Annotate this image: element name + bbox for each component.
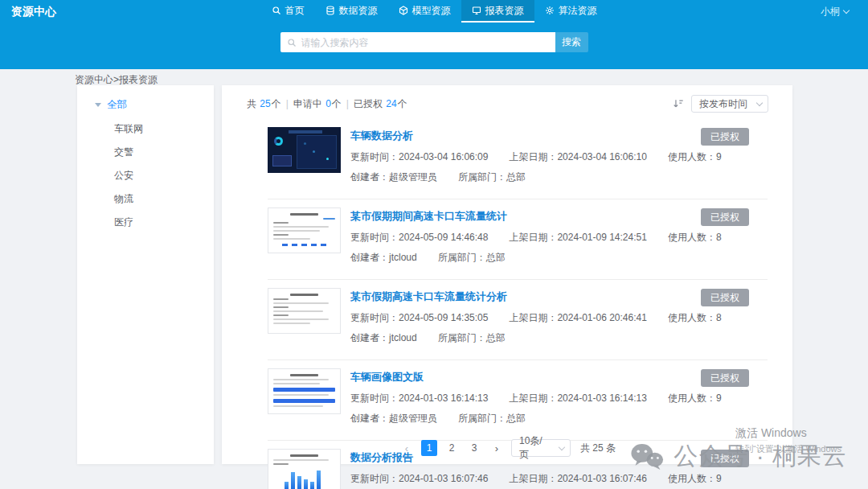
page-button-3[interactable]: 3 [466, 440, 482, 456]
user-count: 使用人数：9 [668, 150, 722, 164]
summary-stats: 共 25个|申请中 0个|已授权 24个 [247, 97, 407, 111]
user-count: 使用人数：9 [668, 392, 722, 405]
user-count: 使用人数：8 [668, 311, 722, 325]
creator: 创建者：jtcloud [350, 251, 417, 265]
next-page-button[interactable]: › [489, 440, 505, 456]
authorized-badge[interactable]: 已授权 [701, 289, 749, 306]
thumb-doc-title [290, 213, 318, 216]
tree-node-public-security[interactable]: 公安 [114, 169, 214, 183]
thumb-doc-line [273, 318, 329, 320]
search-button[interactable]: 搜索 [555, 32, 588, 52]
item-title[interactable]: 某市假期高速卡口车流量统计分析 [350, 290, 507, 304]
item-meta-row-1: 更新时间：2024-03-04 16:06:09 上架日期：2024-03-04… [350, 150, 768, 164]
gear-icon [545, 6, 555, 15]
thumb-doc-line [273, 383, 320, 384]
tree-children: 车联网 交警 公安 物流 医疗 [77, 112, 214, 229]
nav-item-data-resources[interactable]: 数据资源 [315, 0, 388, 23]
thumb-doc-line [273, 234, 289, 236]
page-size-select[interactable]: 10条/页 [511, 439, 571, 457]
user-menu[interactable]: 小桐 [821, 0, 849, 23]
updated-time: 更新时间：2024-03-04 16:06:09 [350, 150, 488, 164]
creator: 创建者：超级管理员 [350, 412, 437, 425]
nav-item-home[interactable]: 首页 [261, 0, 315, 23]
chevron-down-icon [559, 443, 565, 450]
thumb-bar-chart [285, 468, 335, 489]
app-header: 资源中心 首页 数据资源 模型资源 报表资源 算法资源 [0, 0, 868, 69]
list-item: 某市假期高速卡口车流量统计分析 更新时间：2024-05-09 14:35:05… [268, 280, 768, 360]
tree-node-label: 全部 [107, 98, 127, 112]
authorized-badge[interactable]: 已授权 [701, 128, 749, 146]
thumb-doc-line [273, 230, 320, 232]
tree-node-logistics[interactable]: 物流 [114, 192, 214, 206]
thumb-doc-title [290, 374, 318, 376]
user-count: 使用人数：9 [668, 472, 722, 486]
main-panel: 共 25个|申请中 0个|已授权 24个 按发布时间 车辆数据分析 更新 [222, 85, 792, 464]
nav-label: 算法资源 [559, 4, 597, 18]
watermark-text: 公众号 · 桐果云 [674, 440, 847, 473]
thumb-doc-line [273, 323, 310, 324]
thumb-map [297, 135, 337, 169]
page-button-2[interactable]: 2 [444, 440, 460, 456]
updated-time: 更新时间：2024-05-09 14:35:05 [350, 311, 488, 325]
nav-item-model-resources[interactable]: 模型资源 [388, 0, 461, 23]
tree-node-medical[interactable]: 医疗 [114, 216, 214, 229]
sort-icon[interactable] [673, 98, 684, 109]
thumb-mini-stats [273, 244, 335, 246]
item-thumbnail[interactable] [268, 127, 341, 173]
sort-select-value: 按发布时间 [699, 97, 747, 111]
shelf-date: 上架日期：2024-03-04 16:06:10 [509, 150, 646, 164]
thumb-doc-line [273, 222, 289, 224]
thumb-table-header [273, 388, 335, 392]
tree-node-traffic-police[interactable]: 交警 [114, 146, 214, 159]
nav-item-report-resources[interactable]: 报表资源 [461, 0, 534, 23]
thumb-stat-panel [272, 155, 292, 166]
thumb-doc-line [273, 306, 289, 308]
item-meta-row-1: 更新时间：2024-01-03 16:07:46 上架日期：2024-01-03… [350, 472, 768, 486]
search-input[interactable] [301, 37, 549, 48]
search-icon [287, 38, 297, 47]
tree-node-vehicle-network[interactable]: 车联网 [114, 122, 214, 136]
nav-label: 报表资源 [485, 4, 524, 18]
report-list: 车辆数据分析 更新时间：2024-03-04 16:06:09 上架日期：202… [222, 119, 792, 489]
creator: 创建者：jtcloud [350, 331, 417, 345]
prev-page-button[interactable]: ‹ [399, 440, 415, 456]
nav-label: 首页 [285, 4, 305, 18]
thumb-doc-line [273, 310, 323, 312]
search-box [280, 32, 555, 52]
thumb-dashboard-titlebar [289, 130, 322, 134]
wechat-icon [630, 442, 664, 471]
cube-icon [399, 6, 408, 15]
nav-item-algorithm-resources[interactable]: 算法资源 [534, 0, 608, 23]
shelf-date: 上架日期：2024-01-06 20:46:41 [509, 311, 646, 325]
sort-select[interactable]: 按发布时间 [691, 95, 768, 113]
chevron-down-icon [756, 99, 763, 105]
thumb-doc-line [273, 298, 289, 300]
item-title[interactable]: 车辆画像图文版 [350, 370, 424, 384]
total-count: 共 25 条 [580, 442, 616, 455]
brand-logo: 资源中心 [11, 0, 56, 23]
item-title[interactable]: 车辆数据分析 [350, 129, 413, 143]
page-button-1[interactable]: 1 [421, 440, 437, 456]
department: 所属部门：总部 [458, 412, 526, 425]
main-nav: 首页 数据资源 模型资源 报表资源 算法资源 [0, 0, 868, 23]
thumb-doc-line [273, 226, 329, 228]
shelf-date: 上架日期：2024-01-09 14:24:51 [509, 231, 646, 244]
summary-row: 共 25个|申请中 0个|已授权 24个 按发布时间 [222, 85, 792, 113]
shelf-date: 上架日期：2024-01-03 16:07:46 [509, 472, 646, 486]
shelf-date: 上架日期：2024-01-03 16:14:13 [509, 392, 646, 405]
thumb-doc-line [273, 238, 310, 240]
item-title[interactable]: 某市假期期间高速卡口车流量统计 [350, 209, 507, 224]
caret-down-icon [95, 103, 101, 107]
item-thumbnail[interactable] [268, 368, 341, 414]
authorized-badge[interactable]: 已授权 [701, 208, 749, 226]
tree-node-all[interactable]: 全部 [77, 85, 214, 112]
item-thumbnail[interactable] [268, 288, 341, 334]
item-thumbnail[interactable] [268, 208, 341, 253]
database-icon [326, 6, 335, 15]
thumb-table-row [273, 405, 323, 407]
authorized-badge[interactable]: 已授权 [701, 369, 749, 387]
thumb-doc-line [273, 302, 329, 304]
list-item: 某市假期期间高速卡口车流量统计 更新时间：2024-05-09 14:46:48… [268, 199, 768, 280]
wechat-watermark: 公众号 · 桐果云 [630, 440, 847, 473]
item-meta-row-1: 更新时间：2024-05-09 14:35:05 上架日期：2024-01-06… [350, 311, 768, 325]
